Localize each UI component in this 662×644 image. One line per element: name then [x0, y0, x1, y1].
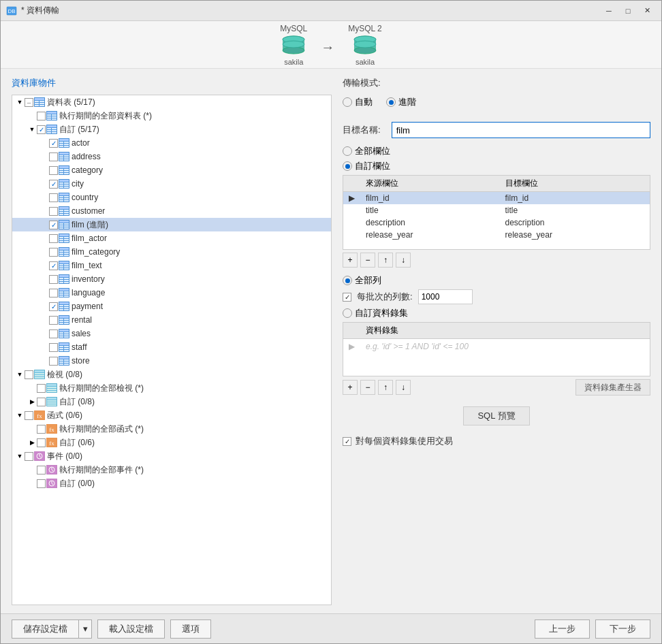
- all-rows-radio[interactable]: [343, 276, 352, 285]
- tree-item-runtime_funcs[interactable]: fx執行期間的全部函式 (*): [12, 422, 331, 436]
- tree-item-address[interactable]: address: [12, 150, 331, 163]
- tree-item-runtime_tables[interactable]: 執行期間的全部資料表 (*): [12, 109, 331, 123]
- mode-auto-radio[interactable]: [343, 97, 352, 107]
- expand-button[interactable]: ▶: [27, 397, 37, 406]
- tree-item-events[interactable]: ▼事件 (0/0): [12, 449, 331, 463]
- tree-checkbox[interactable]: [25, 411, 33, 420]
- tree-checkbox[interactable]: [37, 479, 46, 488]
- options-button[interactable]: 選項: [170, 619, 211, 639]
- tree-checkbox[interactable]: [49, 316, 58, 325]
- expand-button[interactable]: ▼: [15, 410, 25, 420]
- tree-checkbox[interactable]: [49, 193, 58, 202]
- rs-generator-button[interactable]: 資料錄集產生器: [576, 379, 650, 396]
- tree-checkbox[interactable]: [25, 98, 33, 107]
- save-settings-button[interactable]: 儲存設定檔: [12, 619, 78, 639]
- custom-fields-radio[interactable]: [343, 161, 352, 171]
- tree-checkbox[interactable]: [49, 180, 58, 189]
- tree-checkbox[interactable]: [49, 166, 58, 175]
- rs-up-button[interactable]: ↑: [378, 380, 393, 395]
- column-row[interactable]: title title: [343, 204, 650, 216]
- tree-item-store[interactable]: store: [12, 354, 331, 368]
- expand-button[interactable]: ▼: [27, 125, 37, 134]
- tree-item-inventory[interactable]: inventory: [12, 272, 331, 286]
- tree-item-custom_views[interactable]: ▶自訂 (0/8): [12, 395, 331, 408]
- all-fields-radio[interactable]: [343, 146, 352, 156]
- tree-item-category[interactable]: category: [12, 163, 331, 177]
- tree-checkbox[interactable]: [49, 343, 58, 352]
- tree-item-film[interactable]: film (進階): [12, 218, 331, 231]
- tree-item-language[interactable]: language: [12, 286, 331, 300]
- tree-item-payment[interactable]: payment: [12, 300, 331, 313]
- tree-checkbox[interactable]: [49, 302, 58, 311]
- tree-checkbox[interactable]: [25, 370, 33, 379]
- col-down-button[interactable]: ↓: [396, 253, 411, 268]
- tree-checkbox[interactable]: [49, 357, 58, 366]
- tree-checkbox[interactable]: [37, 425, 46, 434]
- tree-checkbox[interactable]: [49, 234, 58, 243]
- tree-item-rental[interactable]: rental: [12, 313, 331, 327]
- save-settings-dropdown[interactable]: ▾: [78, 619, 92, 639]
- col-remove-button[interactable]: −: [360, 253, 375, 268]
- tree-checkbox[interactable]: [37, 398, 46, 406]
- tree-item-sales[interactable]: sales: [12, 327, 331, 340]
- mode-advanced-option[interactable]: 進階: [386, 96, 416, 108]
- batch-rows-checkbox[interactable]: [343, 293, 351, 302]
- prev-button[interactable]: 上一步: [535, 619, 590, 639]
- tree-item-actor[interactable]: actor: [12, 136, 331, 150]
- tree-item-film_category[interactable]: film_category: [12, 245, 331, 259]
- tree-checkbox[interactable]: [49, 248, 58, 257]
- tree-item-film_actor[interactable]: film_actor: [12, 231, 331, 245]
- column-row[interactable]: description description: [343, 216, 650, 229]
- column-row[interactable]: ▶ film_id film_id: [343, 192, 650, 205]
- tree-item-functions[interactable]: ▼fx函式 (0/6): [12, 408, 331, 422]
- target-name-input[interactable]: [392, 122, 650, 138]
- all-rows-option[interactable]: 全部列: [343, 274, 650, 287]
- tree-item-custom_events[interactable]: 自訂 (0/0): [12, 477, 331, 490]
- tree-checkbox[interactable]: [25, 452, 33, 461]
- object-tree[interactable]: ▼資料表 (5/17)執行期間的全部資料表 (*)▼自訂 (5/17)actor…: [12, 95, 332, 605]
- tree-checkbox[interactable]: [37, 466, 46, 474]
- expand-button[interactable]: ▶: [27, 438, 37, 447]
- tree-checkbox[interactable]: [37, 384, 46, 393]
- close-button[interactable]: ✕: [638, 4, 656, 18]
- tree-checkbox[interactable]: [49, 207, 58, 216]
- columns-table-container[interactable]: 來源欄位 目標欄位 ▶ film_id film_id title title …: [343, 175, 650, 250]
- col-add-button[interactable]: +: [343, 253, 358, 268]
- tree-checkbox[interactable]: [49, 329, 58, 338]
- tree-item-runtime_views[interactable]: 執行期間的全部檢視 (*): [12, 381, 331, 395]
- rs-remove-button[interactable]: −: [360, 380, 375, 395]
- load-settings-button[interactable]: 載入設定檔: [97, 619, 165, 639]
- tree-item-country[interactable]: country: [12, 191, 331, 204]
- tree-checkbox[interactable]: [49, 139, 58, 148]
- tree-checkbox[interactable]: [49, 221, 58, 229]
- tree-item-city[interactable]: city: [12, 177, 331, 191]
- tree-item-custom_tables[interactable]: ▼自訂 (5/17): [12, 123, 331, 136]
- tree-checkbox[interactable]: [37, 112, 46, 120]
- tree-item-custom_funcs[interactable]: ▶fx自訂 (0/6): [12, 436, 331, 449]
- mode-auto-option[interactable]: 自動: [343, 96, 373, 108]
- tree-checkbox[interactable]: [37, 125, 46, 134]
- tree-item-tables[interactable]: ▼資料表 (5/17): [12, 95, 331, 109]
- tree-item-film_text[interactable]: film_text: [12, 259, 331, 272]
- tree-checkbox[interactable]: [49, 275, 58, 284]
- sql-preview-button[interactable]: SQL 預覽: [463, 406, 529, 425]
- tree-checkbox[interactable]: [49, 152, 58, 161]
- transaction-checkbox[interactable]: [343, 437, 351, 446]
- expand-button[interactable]: ▼: [15, 97, 25, 107]
- custom-rs-table-container[interactable]: 資料錄集 ▶ e.g. 'id' >= 1 AND 'id' <= 100: [343, 322, 650, 376]
- expand-button[interactable]: ▼: [15, 370, 25, 379]
- tree-item-views[interactable]: ▼檢視 (0/8): [12, 368, 331, 381]
- tree-checkbox[interactable]: [49, 261, 58, 270]
- batch-rows-input[interactable]: [418, 289, 473, 304]
- minimize-button[interactable]: ─: [600, 4, 618, 18]
- custom-fields-option[interactable]: 自訂欄位: [343, 160, 390, 172]
- all-fields-option[interactable]: 全部欄位: [343, 145, 390, 157]
- column-row[interactable]: release_year release_year: [343, 229, 650, 241]
- rs-add-button[interactable]: +: [343, 380, 358, 395]
- rs-down-button[interactable]: ↓: [396, 380, 411, 395]
- tree-checkbox[interactable]: [49, 289, 58, 297]
- col-up-button[interactable]: ↑: [378, 253, 393, 268]
- custom-rs-radio[interactable]: [343, 308, 352, 318]
- tree-checkbox[interactable]: [37, 438, 46, 447]
- tree-item-customer[interactable]: customer: [12, 204, 331, 218]
